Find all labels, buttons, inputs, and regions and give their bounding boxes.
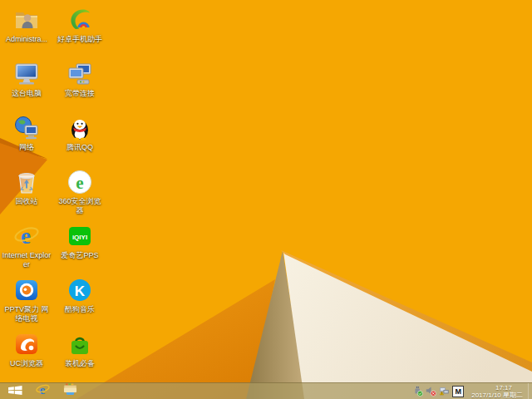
software-bundle-icon <box>66 331 93 357</box>
this-pc-icon <box>13 61 40 87</box>
taskbar: e <box>0 382 532 399</box>
uc-browser-icon <box>13 331 40 357</box>
desktop-icon-software-bundle[interactable]: 装机必备 <box>55 331 105 368</box>
recycle-bin-icon <box>13 169 40 195</box>
internet-explorer-icon: e <box>36 382 50 399</box>
desktop-icon-uc-browser[interactable]: UC浏览器 <box>2 331 52 368</box>
show-desktop-button[interactable] <box>528 383 532 399</box>
desktop-icon-label: 装机必备 <box>55 359 105 368</box>
taskbar-clock[interactable]: 17:17 2017/1/10 星期二 <box>471 384 523 399</box>
usb-safely-remove-icon[interactable] <box>412 386 423 397</box>
desktop-icon-label: 这台电脑 <box>2 89 52 98</box>
svg-text:K: K <box>75 283 86 299</box>
desktop-icon-label: PPTV聚力 网络电视 <box>2 305 52 323</box>
desktop-icon-recycle-bin[interactable]: 回收站 <box>2 169 52 206</box>
desktop-icon-this-pc[interactable]: 这台电脑 <box>2 61 52 98</box>
ime-indicator[interactable]: M <box>452 386 464 397</box>
iqiyi-pps-icon: iQIYI <box>66 223 93 249</box>
pptv-icon <box>13 277 40 303</box>
desktop-icon-kugou[interactable]: K 酷狗音乐 <box>55 277 105 314</box>
windows-start-icon <box>8 384 22 399</box>
desktop-icon-label: 好卓手机助手 <box>55 35 105 44</box>
desktop-icon-label: 酷狗音乐 <box>55 305 105 314</box>
volume-muted-icon[interactable] <box>426 386 436 397</box>
broadband-connection-icon <box>66 61 93 87</box>
user-folder-icon <box>13 7 40 33</box>
start-button[interactable] <box>3 383 27 399</box>
desktop-icon-pptv[interactable]: PPTV聚力 网络电视 <box>2 277 52 323</box>
network-globe-icon <box>13 115 40 141</box>
svg-text:e: e <box>76 173 83 193</box>
desktop-icon-qq[interactable]: 腾讯QQ <box>55 115 105 152</box>
clock-time: 17:17 <box>471 384 523 392</box>
desktop-icon-administrator[interactable]: Administra... <box>2 7 52 44</box>
tencent-qq-icon <box>66 115 93 141</box>
desktop-icon-label: 网络 <box>2 143 52 152</box>
desktop-icon-network[interactable]: 网络 <box>2 115 52 152</box>
kugou-music-icon: K <box>66 277 93 303</box>
taskbar-ie-button[interactable]: e <box>31 383 54 399</box>
network-warning-icon[interactable] <box>439 386 450 397</box>
desktop-icon-label: Administra... <box>2 35 52 44</box>
haozhuo-assistant-icon <box>66 7 93 33</box>
svg-text:e: e <box>21 224 31 249</box>
desktop-icon-label: 回收站 <box>2 197 52 206</box>
taskbar-explorer-button[interactable] <box>58 383 81 399</box>
svg-text:iQIYI: iQIYI <box>72 234 87 241</box>
desktop-icon-label: 爱奇艺PPS <box>55 251 105 260</box>
desktop-icon-360-browser[interactable]: e 360安全浏览器 <box>55 169 105 215</box>
desktop-icon-haozhuo-assistant[interactable]: 好卓手机助手 <box>55 7 105 44</box>
desktop-icon-broadband[interactable]: 宽带连接 <box>55 61 105 98</box>
desktop-icon-iqiyi[interactable]: iQIYI 爱奇艺PPS <box>55 223 105 260</box>
desktop: Administra... 这台电脑 <box>0 0 532 399</box>
desktop-icon-label: UC浏览器 <box>2 359 52 368</box>
desktop-icon-internet-explorer[interactable]: e Internet Explorer <box>2 223 52 269</box>
360-browser-icon: e <box>66 169 93 195</box>
desktop-icon-label: 宽带连接 <box>55 89 105 98</box>
internet-explorer-icon: e <box>13 223 40 249</box>
system-tray: M 17:17 2017/1/10 星期二 <box>412 383 532 399</box>
clock-date: 2017/1/10 星期二 <box>471 392 523 399</box>
file-explorer-icon <box>63 383 77 399</box>
desktop-icon-label: Internet Explorer <box>2 251 52 269</box>
desktop-icon-label: 360安全浏览器 <box>55 197 105 215</box>
desktop-icon-label: 腾讯QQ <box>55 143 105 152</box>
